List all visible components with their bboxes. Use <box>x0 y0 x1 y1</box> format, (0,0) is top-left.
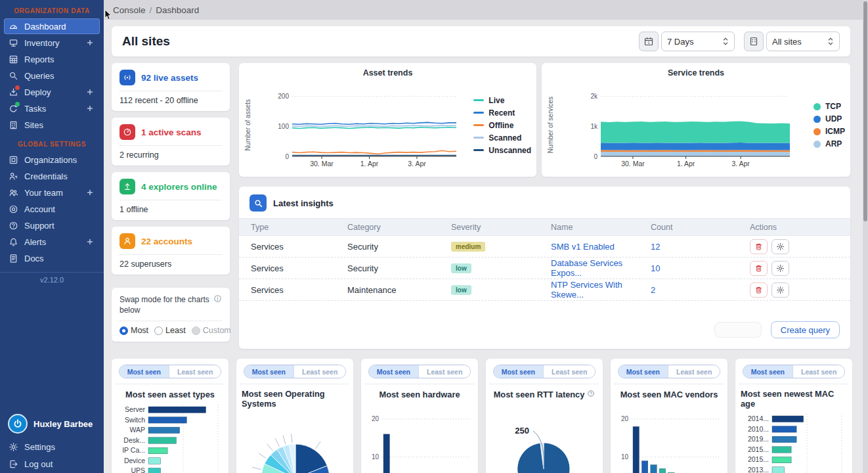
mini-chart-card: Most seen Least seen Most seen newest MA… <box>735 359 852 473</box>
configure-insight-button[interactable] <box>771 239 789 254</box>
sidebar-item-label: Credentials <box>24 171 68 181</box>
swap-mode-label: Swap mode for the charts below <box>119 294 209 315</box>
queries-icon <box>8 70 18 81</box>
svg-text:Switch: Switch <box>125 416 145 424</box>
most-seen-toggle-button[interactable]: Most seen <box>743 365 792 378</box>
configure-insight-button[interactable] <box>771 261 789 276</box>
legend-item[interactable]: ARP <box>814 139 845 148</box>
column-header[interactable]: Severity <box>451 223 551 232</box>
docs-icon <box>8 253 18 263</box>
sidebar-item-label: Alerts <box>24 237 46 247</box>
expand-plus-icon[interactable] <box>87 238 96 245</box>
sidebar-item[interactable]: Sites <box>4 117 100 133</box>
least-seen-toggle-button[interactable]: Least seen <box>293 365 345 378</box>
expand-plus-icon[interactable] <box>87 189 96 196</box>
least-seen-toggle-button[interactable]: Least seen <box>792 365 844 378</box>
sidebar-nav-secondary: Organizations Credentials Your team Acco… <box>0 151 104 267</box>
info-icon[interactable] <box>213 294 222 315</box>
radio-icon <box>154 327 163 335</box>
column-header[interactable]: Name <box>551 223 651 232</box>
legend-label: UDP <box>825 114 842 124</box>
column-header[interactable]: Actions <box>750 223 850 232</box>
sites-filter-button[interactable] <box>744 32 764 51</box>
sidebar-item[interactable]: Dashboard <box>4 18 100 34</box>
svg-text:3. Apr: 3. Apr <box>408 160 426 168</box>
create-query-button[interactable]: Create query <box>771 321 840 338</box>
stat-label-link[interactable]: 1 active scans <box>141 127 202 137</box>
column-header[interactable]: Type <box>251 223 347 232</box>
stat-label-link[interactable]: 92 live assets <box>141 73 198 83</box>
sidebar-item[interactable]: Alerts <box>4 234 100 250</box>
sidebar-item[interactable]: Your team <box>4 185 100 200</box>
most-seen-toggle-button[interactable]: Most seen <box>244 365 293 378</box>
sidebar-footer-item[interactable]: Settings <box>4 439 100 455</box>
asset-trends-card: Asset trends Number of assets 010020030.… <box>239 63 536 177</box>
sidebar-item-label: Support <box>24 221 54 231</box>
swap-mode-radio[interactable]: Most <box>119 326 148 335</box>
expand-plus-icon[interactable] <box>87 89 96 95</box>
page-header: All sites 1 7 Days All sites <box>112 26 850 56</box>
least-seen-toggle-button[interactable]: Least seen <box>543 365 595 378</box>
radio-label: Most <box>131 326 148 335</box>
expand-plus-icon[interactable] <box>87 39 96 46</box>
sidebar-item[interactable]: Reports <box>4 51 100 67</box>
swap-mode-radio[interactable]: Least <box>154 326 186 335</box>
sidebar-item[interactable]: Deploy <box>4 84 100 100</box>
sidebar-footer-item[interactable]: Log out <box>4 456 100 472</box>
most-seen-toggle-button[interactable]: Most seen <box>618 365 668 378</box>
gear-icon <box>776 286 785 294</box>
legend-item[interactable]: ICMP <box>814 127 845 136</box>
insight-count-link[interactable]: 12 <box>651 242 660 252</box>
legend-item[interactable]: Live <box>473 96 531 105</box>
insight-name-link[interactable]: Database Services Expos... <box>551 258 622 278</box>
sidebar-item[interactable]: Support <box>4 217 100 233</box>
organizations-icon <box>8 154 18 165</box>
delete-insight-button[interactable] <box>750 239 768 254</box>
sidebar-item[interactable]: Organizations <box>4 152 100 168</box>
sidebar-item[interactable]: Credentials <box>4 168 100 184</box>
asset-trends-chart: 010020030. Mar1. Apr3. Apr <box>270 82 459 171</box>
legend-item[interactable]: Recent <box>473 108 531 118</box>
legend-item[interactable]: UDP <box>814 114 845 124</box>
user-profile[interactable]: Huxley Barbee <box>0 409 104 438</box>
breadcrumb-console[interactable]: Console <box>113 5 146 15</box>
legend-label: ARP <box>825 139 842 148</box>
app-version: v2.12.0 <box>0 276 104 284</box>
insight-count-link[interactable]: 10 <box>651 263 660 273</box>
least-seen-toggle-button[interactable]: Least seen <box>668 365 720 378</box>
insight-count-link[interactable]: 2 <box>651 285 655 295</box>
most-seen-toggle-button[interactable]: Most seen <box>369 365 418 378</box>
scrollbar[interactable] <box>863 0 868 473</box>
column-header[interactable]: Count <box>651 223 750 232</box>
stat-label-link[interactable]: 22 accounts <box>141 236 192 246</box>
sidebar-item[interactable]: Inventory <box>4 35 100 51</box>
sidebar-item[interactable]: Account <box>4 201 100 217</box>
date-range-select[interactable]: 7 Days <box>661 32 735 51</box>
legend-label: Offline <box>488 121 513 130</box>
insight-name-link[interactable]: SMB v1 Enabled <box>551 242 615 252</box>
delete-insight-button[interactable] <box>750 261 768 276</box>
column-header[interactable]: Category <box>347 223 451 232</box>
calendar-button[interactable]: 1 <box>639 32 659 51</box>
most-seen-toggle-button[interactable]: Most seen <box>494 365 543 378</box>
least-seen-toggle-button[interactable]: Least seen <box>169 365 221 378</box>
insight-name-link[interactable]: NTP Services With Skewe... <box>551 280 622 300</box>
sidebar-item[interactable]: Docs <box>4 250 100 266</box>
configure-insight-button[interactable] <box>771 282 789 298</box>
stat-label-link[interactable]: 4 explorers online <box>141 182 217 192</box>
site-select[interactable]: All sites <box>766 32 840 51</box>
delete-insight-button[interactable] <box>750 282 768 298</box>
legend-item[interactable]: Scanned <box>473 133 531 143</box>
legend-item[interactable]: TCP <box>814 102 845 111</box>
sidebar-item[interactable]: Tasks <box>4 101 100 116</box>
svg-text:2k: 2k <box>590 93 598 100</box>
help-icon[interactable] <box>587 390 595 399</box>
least-seen-toggle-button[interactable]: Least seen <box>418 365 470 378</box>
legend-item[interactable]: Unscanned <box>473 146 531 155</box>
swap-mode-radio[interactable]: Custom <box>192 326 231 335</box>
most-seen-toggle-button[interactable]: Most seen <box>119 365 169 378</box>
legend-item[interactable]: Offline <box>473 121 531 130</box>
expand-plus-icon[interactable] <box>87 105 96 112</box>
scrollbar-thumb[interactable] <box>863 1 867 221</box>
sidebar-item[interactable]: Queries <box>4 68 100 83</box>
